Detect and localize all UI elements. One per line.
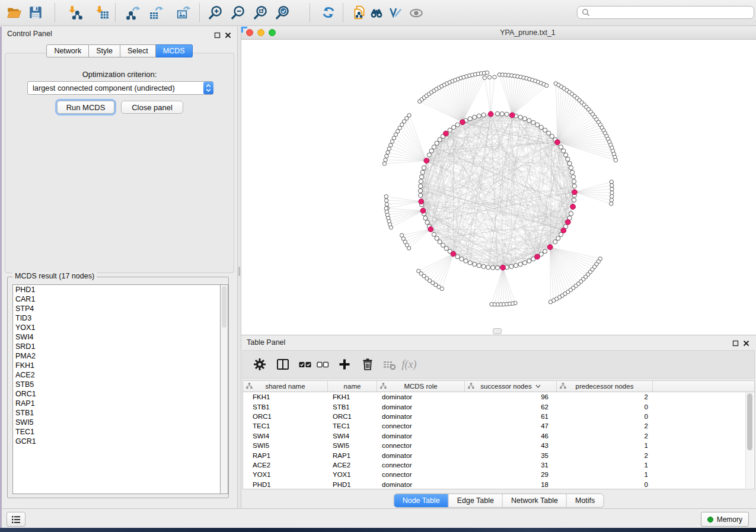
- mcds-node-item[interactable]: RAP1: [13, 399, 220, 408]
- mcds-node-item[interactable]: PMA2: [13, 351, 220, 361]
- table-row[interactable]: SWI5SWI5connector431: [243, 441, 754, 450]
- column-header-MCDS-role[interactable]: MCDS role: [377, 381, 465, 392]
- zoom-out-button[interactable]: [230, 4, 247, 21]
- mcds-node-item[interactable]: STB5: [13, 380, 220, 389]
- select-all-button[interactable]: [296, 356, 313, 373]
- vertical-splitter[interactable]: [237, 27, 241, 508]
- create-column-button[interactable]: [336, 356, 353, 373]
- columns-icon: [276, 357, 290, 371]
- tab-network[interactable]: Network: [46, 44, 89, 57]
- mcds-node-item[interactable]: TID3: [13, 313, 220, 323]
- task-history-button[interactable]: [7, 512, 25, 527]
- eye-button[interactable]: [408, 4, 425, 21]
- table-cell: 0: [557, 480, 653, 489]
- table-cell: 2: [557, 392, 653, 402]
- float-table-panel-icon[interactable]: [732, 338, 739, 345]
- mcds-node-item[interactable]: GCR1: [13, 437, 220, 446]
- mcds-node-item[interactable]: ACE2: [13, 370, 220, 380]
- import-table-button[interactable]: [94, 4, 110, 21]
- splitter-handle[interactable]: [238, 267, 240, 276]
- mcds-node-item[interactable]: PHD1: [13, 285, 220, 294]
- table-cell: 47: [465, 421, 557, 431]
- main-toolbar: [0, 0, 756, 26]
- tab-network-table[interactable]: Network Table: [502, 494, 566, 507]
- mcds-result-list[interactable]: PHD1CAR1STP4TID3YOX1SWI4SRD1PMA2FKH1ACE2…: [12, 284, 221, 494]
- search-input[interactable]: [592, 7, 754, 18]
- network-canvas[interactable]: [241, 39, 756, 335]
- mcds-node-item[interactable]: SWI4: [13, 332, 220, 342]
- deselect-all-button[interactable]: [314, 356, 331, 373]
- show-columns-button[interactable]: [275, 356, 291, 373]
- table-cell: connector: [377, 460, 465, 470]
- mcds-node-item[interactable]: YOX1: [13, 323, 220, 332]
- column-header-name[interactable]: name: [328, 381, 377, 392]
- float-panel-icon[interactable]: [214, 30, 221, 37]
- delete-column-button[interactable]: [359, 356, 376, 373]
- export-network-button[interactable]: [125, 4, 142, 21]
- apply-layout-button[interactable]: [320, 4, 337, 21]
- mcds-node-item[interactable]: SRD1: [13, 342, 220, 351]
- mcds-node-item[interactable]: ORC1: [13, 389, 220, 399]
- tab-motifs[interactable]: Motifs: [566, 494, 603, 507]
- horizontal-splitter-handle[interactable]: [493, 328, 502, 334]
- table-row[interactable]: SWI4SWI4dominator462: [243, 431, 754, 441]
- tab-mcds[interactable]: MCDS: [156, 44, 193, 57]
- mcds-node-item[interactable]: STP4: [13, 304, 220, 313]
- window-zoom-light[interactable]: [269, 29, 276, 36]
- mcds-panel: Optimization criterion: largest connecte…: [5, 53, 234, 273]
- zoom-in-button[interactable]: [208, 4, 224, 21]
- mcds-node-item[interactable]: TEC1: [13, 427, 220, 437]
- table-row[interactable]: YOX1YOX1connector291: [243, 470, 754, 479]
- table-cell: SWI5: [328, 441, 377, 450]
- zoom-selected-button[interactable]: [275, 4, 291, 21]
- table-row[interactable]: STB1STB1dominator620: [243, 402, 754, 411]
- tab-style[interactable]: Style: [89, 44, 120, 57]
- export-image-button[interactable]: [176, 4, 192, 21]
- tab-select[interactable]: Select: [120, 44, 156, 57]
- tab-node-table[interactable]: Node Table: [394, 494, 448, 507]
- save-session-button[interactable]: [27, 4, 44, 21]
- column-label: predecessor nodes: [576, 383, 634, 390]
- mcds-result-scrollbar[interactable]: [221, 284, 228, 494]
- table-row[interactable]: RAP1RAP1dominator352: [243, 450, 754, 460]
- close-panel-button[interactable]: Close panel: [121, 101, 183, 114]
- criterion-select[interactable]: largest connected component (undirected): [27, 81, 213, 95]
- table-cell: dominator: [377, 450, 465, 460]
- table-row[interactable]: ORC1ORC1dominator610: [243, 412, 754, 421]
- open-file-button[interactable]: [6, 4, 23, 21]
- network-title: YPA_prune.txt_1: [500, 28, 556, 37]
- table-scrollbar-thumb[interactable]: [747, 393, 752, 450]
- network-from-selection-button[interactable]: [351, 4, 368, 21]
- column-header-shared-name[interactable]: shared name: [243, 381, 328, 392]
- column-header-predecessor-nodes[interactable]: predecessor nodes: [557, 381, 653, 392]
- mcds-node-item[interactable]: STB1: [13, 408, 220, 418]
- table-row[interactable]: FKH1FKH1dominator962: [243, 392, 754, 402]
- mcds-node-item[interactable]: CAR1: [13, 294, 220, 304]
- first-neighbors-button[interactable]: [368, 4, 385, 21]
- zoom-fit-button[interactable]: [253, 4, 269, 21]
- table-row[interactable]: TEC1TEC1connector472: [243, 421, 754, 431]
- mcds-node-item[interactable]: SWI5: [13, 418, 220, 427]
- export-table-button[interactable]: [148, 4, 165, 21]
- import-network-icon: [67, 5, 82, 20]
- mcds-node-item[interactable]: FKH1: [13, 361, 220, 370]
- scrollbar-thumb[interactable]: [222, 286, 227, 328]
- table-settings-button[interactable]: [251, 356, 268, 373]
- column-header-successor-nodes[interactable]: successor nodes: [465, 381, 557, 392]
- export-image-icon: [176, 5, 192, 20]
- network-title-bar[interactable]: YPA_prune.txt_1: [241, 27, 756, 40]
- memory-button[interactable]: Memory: [701, 512, 749, 527]
- search-box: [577, 6, 754, 19]
- import-network-button[interactable]: [66, 4, 83, 21]
- sort-chevron-icon: [535, 384, 541, 388]
- close-table-panel-icon[interactable]: [743, 338, 750, 345]
- table-row[interactable]: ACE2ACE2connector311: [243, 460, 754, 470]
- graphics-details-button[interactable]: [387, 4, 404, 21]
- run-mcds-button[interactable]: Run MCDS: [57, 101, 114, 114]
- close-panel-icon[interactable]: [225, 30, 232, 37]
- window-minimize-light[interactable]: [257, 29, 264, 36]
- status-bar: Memory: [2, 508, 756, 528]
- table-scrollbar[interactable]: [745, 392, 754, 488]
- table-row[interactable]: PHD1PHD1dominator180: [243, 480, 754, 489]
- tab-edge-table[interactable]: Edge Table: [448, 494, 502, 507]
